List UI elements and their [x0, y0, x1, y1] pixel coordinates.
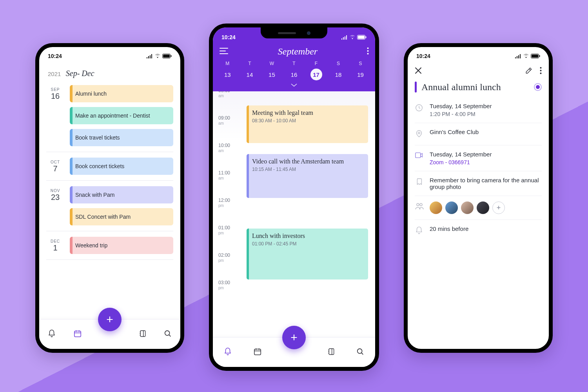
search-icon[interactable] [163, 329, 172, 339]
clock-icon [415, 103, 424, 117]
bell-icon[interactable] [47, 329, 56, 339]
timeline-event[interactable]: Video call with the Amsterdam team10:15 … [247, 154, 368, 198]
hour-label: 12:00pm [218, 198, 238, 208]
hour-label: 03:00pm [218, 280, 238, 290]
agenda-list[interactable]: SEP16 Alumni lunchMake an appointment - … [39, 80, 180, 319]
event-time: 1:20 PM - 4:00 PM [430, 111, 542, 117]
more-icon[interactable] [540, 67, 542, 76]
svg-point-5 [165, 330, 169, 335]
svg-rect-7 [358, 36, 365, 39]
status-icons [341, 35, 367, 40]
weekday-column[interactable]: S19 [350, 61, 370, 80]
month-title[interactable]: September [229, 46, 367, 57]
detail-reminder[interactable]: 20 mins before [415, 220, 542, 242]
agenda-card[interactable]: Book travel tickets [70, 129, 173, 146]
svg-point-9 [367, 47, 369, 49]
detail-location[interactable]: Ginn's Coffee Club [415, 123, 542, 145]
notch [261, 27, 327, 38]
phone-agenda: 10:24 2021 Sep- Dec SEP16 Alumni lunchMa… [35, 43, 184, 353]
timeline-event[interactable]: Lunch with investors01:00 PM - 02:45 PM [247, 229, 368, 279]
attendee-avatars: + [430, 201, 542, 214]
weekday-column[interactable]: T16 [284, 61, 304, 80]
avatar[interactable] [461, 201, 474, 214]
weekday-column[interactable]: M13 [218, 61, 238, 80]
agenda-card[interactable]: Snack with Pam [70, 186, 173, 203]
phone-dayview: 10:24 September M13T14W1 [209, 24, 379, 371]
people-icon [415, 202, 424, 214]
menu-icon[interactable] [219, 47, 229, 56]
video-icon [415, 152, 424, 165]
bell-icon [415, 226, 424, 236]
weekday-column[interactable]: T14 [240, 61, 260, 80]
detail-note: Remember to bring camera for the annual … [415, 171, 542, 196]
event-date: Tuesday, 14 September [430, 103, 542, 109]
range-label: Sep- Dec [66, 69, 94, 78]
expand-week-icon[interactable] [213, 82, 375, 88]
svg-point-11 [367, 53, 369, 54]
avatar[interactable] [477, 201, 489, 214]
agenda-card[interactable]: Weekend trip [70, 237, 173, 254]
hour-label: 09:00am [218, 116, 238, 126]
weekday-column[interactable]: S18 [328, 61, 348, 80]
video-link[interactable]: Zoom - 0366971 [430, 159, 542, 165]
agenda-header: 2021 Sep- Dec [39, 62, 180, 80]
hour-label: 08:00am [218, 91, 238, 98]
date-column: SEP16 [46, 85, 64, 101]
agenda-card[interactable]: Alumni lunch [70, 85, 173, 102]
status-icons [515, 54, 540, 58]
notebook-icon[interactable] [139, 329, 147, 339]
agenda-card[interactable]: Book concert tickets [70, 158, 173, 175]
svg-point-14 [358, 348, 362, 353]
status-bar: 10:24 [408, 50, 549, 62]
add-attendee-button[interactable]: + [492, 201, 505, 214]
phone-detail: 10:24 [404, 43, 553, 353]
agenda-card[interactable]: SDL Concert with Pam [70, 208, 173, 225]
add-button[interactable]: + [282, 326, 306, 349]
svg-point-19 [540, 70, 542, 71]
svg-rect-3 [74, 331, 81, 337]
event-note: Remember to bring camera for the annual … [430, 177, 542, 190]
hour-label: 10:00am [218, 143, 238, 153]
search-icon[interactable] [356, 347, 365, 358]
svg-rect-23 [416, 153, 421, 158]
detail-video[interactable]: Tuesday, 14 September Zoom - 0366971 [415, 145, 542, 171]
detail-datetime: Tuesday, 14 September 1:20 PM - 4:00 PM [415, 97, 542, 123]
bottom-nav: + [213, 337, 375, 367]
status-time: 10:24 [416, 53, 430, 59]
date-column: DEC1 [46, 237, 64, 252]
svg-rect-8 [366, 36, 367, 38]
avatar[interactable] [445, 201, 458, 214]
day-timeline[interactable]: 08:00am09:00am10:00am11:00am12:00pm01:00… [213, 91, 375, 337]
svg-point-10 [367, 50, 369, 52]
agenda-card[interactable]: Make an appointment - Dentist [70, 107, 173, 124]
hour-label: 01:00pm [218, 225, 238, 236]
edit-icon[interactable] [525, 67, 533, 76]
timeline-event[interactable]: Meeting with legal team08:30 AM - 10:00 … [247, 105, 368, 143]
status-icons [146, 54, 172, 58]
notebook-icon[interactable] [327, 347, 335, 358]
svg-rect-17 [539, 55, 540, 57]
svg-point-18 [540, 67, 542, 69]
date-column: NOV23 [46, 186, 64, 202]
close-icon[interactable] [415, 67, 422, 76]
bottom-nav: + [39, 319, 180, 349]
status-bar: 10:24 [39, 50, 180, 62]
title-accent [415, 82, 417, 93]
pin-icon [415, 129, 424, 140]
add-button[interactable]: + [98, 308, 122, 331]
calendar-icon[interactable] [253, 347, 262, 358]
note-icon [415, 178, 424, 190]
weekday-column[interactable]: F17 [306, 61, 326, 80]
calendar-icon[interactable] [73, 329, 82, 339]
bell-icon[interactable] [223, 347, 232, 358]
color-radio[interactable] [534, 83, 542, 91]
status-time: 10:24 [48, 53, 62, 59]
event-title: Annual alumni lunch [421, 82, 529, 93]
video-date: Tuesday, 14 September [430, 151, 542, 158]
svg-rect-13 [329, 348, 334, 354]
svg-rect-4 [141, 330, 146, 336]
weekday-column[interactable]: W15 [262, 61, 282, 80]
week-row[interactable]: M13T14W15T16F17S18S19 [213, 57, 375, 81]
more-icon[interactable] [367, 47, 369, 56]
avatar[interactable] [430, 201, 442, 214]
